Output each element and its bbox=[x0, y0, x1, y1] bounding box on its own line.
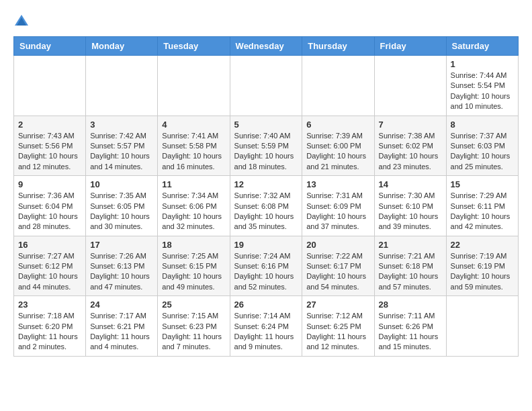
day-info: Sunrise: 7:11 AMSunset: 6:26 PMDaylight:… bbox=[379, 312, 439, 351]
day-info: Sunrise: 7:34 AMSunset: 6:06 PMDaylight:… bbox=[162, 191, 222, 230]
calendar-header-tuesday: Tuesday bbox=[158, 37, 230, 56]
day-number: 6 bbox=[306, 120, 369, 130]
calendar-cell: 10 Sunrise: 7:35 AMSunset: 6:05 PMDaylig… bbox=[86, 176, 158, 236]
calendar-cell: 22 Sunrise: 7:19 AMSunset: 6:19 PMDaylig… bbox=[446, 236, 518, 296]
day-number: 28 bbox=[379, 300, 442, 310]
day-number: 23 bbox=[18, 300, 81, 310]
calendar-cell: 7 Sunrise: 7:38 AMSunset: 6:02 PMDayligh… bbox=[374, 116, 446, 176]
calendar-cell: 2 Sunrise: 7:43 AMSunset: 5:56 PMDayligh… bbox=[14, 116, 86, 176]
calendar-cell bbox=[86, 56, 158, 116]
day-number: 7 bbox=[379, 120, 442, 130]
day-info: Sunrise: 7:36 AMSunset: 6:04 PMDaylight:… bbox=[18, 191, 78, 230]
day-info: Sunrise: 7:26 AMSunset: 6:13 PMDaylight:… bbox=[90, 252, 150, 291]
calendar-week-4: 16 Sunrise: 7:27 AMSunset: 6:12 PMDaylig… bbox=[14, 236, 519, 296]
day-info: Sunrise: 7:43 AMSunset: 5:56 PMDaylight:… bbox=[18, 132, 78, 171]
calendar-cell: 19 Sunrise: 7:24 AMSunset: 6:16 PMDaylig… bbox=[230, 236, 302, 296]
calendar-cell: 26 Sunrise: 7:14 AMSunset: 6:24 PMDaylig… bbox=[230, 296, 302, 357]
calendar-cell bbox=[230, 56, 302, 116]
day-number: 9 bbox=[18, 179, 81, 189]
day-info: Sunrise: 7:18 AMSunset: 6:20 PMDaylight:… bbox=[18, 312, 78, 351]
day-info: Sunrise: 7:31 AMSunset: 6:09 PMDaylight:… bbox=[306, 191, 366, 230]
calendar-table: SundayMondayTuesdayWednesdayThursdayFrid… bbox=[13, 36, 519, 357]
day-info: Sunrise: 7:12 AMSunset: 6:25 PMDaylight:… bbox=[306, 312, 366, 351]
day-number: 25 bbox=[162, 300, 225, 310]
logo-icon bbox=[13, 13, 30, 30]
day-info: Sunrise: 7:44 AMSunset: 5:54 PMDaylight:… bbox=[451, 71, 511, 110]
calendar-header-sunday: Sunday bbox=[14, 37, 86, 56]
day-info: Sunrise: 7:21 AMSunset: 6:18 PMDaylight:… bbox=[379, 252, 439, 291]
calendar-cell: 21 Sunrise: 7:21 AMSunset: 6:18 PMDaylig… bbox=[374, 236, 446, 296]
calendar-cell: 11 Sunrise: 7:34 AMSunset: 6:06 PMDaylig… bbox=[158, 176, 230, 236]
day-info: Sunrise: 7:37 AMSunset: 6:03 PMDaylight:… bbox=[451, 132, 511, 171]
calendar-cell bbox=[446, 296, 518, 357]
calendar-cell bbox=[302, 56, 374, 116]
day-number: 24 bbox=[90, 300, 153, 310]
day-info: Sunrise: 7:35 AMSunset: 6:05 PMDaylight:… bbox=[90, 191, 150, 230]
day-info: Sunrise: 7:39 AMSunset: 6:00 PMDaylight:… bbox=[306, 132, 366, 171]
day-number: 13 bbox=[306, 179, 369, 189]
day-info: Sunrise: 7:24 AMSunset: 6:16 PMDaylight:… bbox=[234, 252, 294, 291]
day-info: Sunrise: 7:27 AMSunset: 6:12 PMDaylight:… bbox=[18, 252, 78, 291]
day-number: 1 bbox=[451, 59, 514, 69]
day-info: Sunrise: 7:17 AMSunset: 6:21 PMDaylight:… bbox=[90, 312, 150, 351]
day-info: Sunrise: 7:41 AMSunset: 5:58 PMDaylight:… bbox=[162, 132, 222, 171]
logo bbox=[13, 13, 32, 30]
calendar-cell: 27 Sunrise: 7:12 AMSunset: 6:25 PMDaylig… bbox=[302, 296, 374, 357]
day-number: 27 bbox=[306, 300, 369, 310]
calendar-cell: 9 Sunrise: 7:36 AMSunset: 6:04 PMDayligh… bbox=[14, 176, 86, 236]
day-info: Sunrise: 7:38 AMSunset: 6:02 PMDaylight:… bbox=[379, 132, 439, 171]
calendar-cell: 14 Sunrise: 7:30 AMSunset: 6:10 PMDaylig… bbox=[374, 176, 446, 236]
calendar-cell bbox=[374, 56, 446, 116]
calendar-cell: 17 Sunrise: 7:26 AMSunset: 6:13 PMDaylig… bbox=[86, 236, 158, 296]
calendar-cell: 16 Sunrise: 7:27 AMSunset: 6:12 PMDaylig… bbox=[14, 236, 86, 296]
calendar-week-5: 23 Sunrise: 7:18 AMSunset: 6:20 PMDaylig… bbox=[14, 296, 519, 357]
day-number: 12 bbox=[234, 179, 298, 189]
day-number: 20 bbox=[306, 240, 369, 250]
day-number: 16 bbox=[18, 240, 81, 250]
calendar-cell: 6 Sunrise: 7:39 AMSunset: 6:00 PMDayligh… bbox=[302, 116, 374, 176]
day-number: 5 bbox=[234, 120, 298, 130]
day-info: Sunrise: 7:19 AMSunset: 6:19 PMDaylight:… bbox=[451, 252, 511, 291]
calendar-cell: 3 Sunrise: 7:42 AMSunset: 5:57 PMDayligh… bbox=[86, 116, 158, 176]
calendar-header-saturday: Saturday bbox=[446, 37, 518, 56]
calendar-cell: 4 Sunrise: 7:41 AMSunset: 5:58 PMDayligh… bbox=[158, 116, 230, 176]
calendar-cell: 13 Sunrise: 7:31 AMSunset: 6:09 PMDaylig… bbox=[302, 176, 374, 236]
day-info: Sunrise: 7:32 AMSunset: 6:08 PMDaylight:… bbox=[234, 191, 294, 230]
calendar-cell: 15 Sunrise: 7:29 AMSunset: 6:11 PMDaylig… bbox=[446, 176, 518, 236]
calendar-cell bbox=[158, 56, 230, 116]
calendar-cell: 20 Sunrise: 7:22 AMSunset: 6:17 PMDaylig… bbox=[302, 236, 374, 296]
calendar-cell: 24 Sunrise: 7:17 AMSunset: 6:21 PMDaylig… bbox=[86, 296, 158, 357]
day-number: 14 bbox=[379, 179, 442, 189]
page-header bbox=[13, 13, 519, 30]
calendar-week-3: 9 Sunrise: 7:36 AMSunset: 6:04 PMDayligh… bbox=[14, 176, 519, 236]
calendar-header-thursday: Thursday bbox=[302, 37, 374, 56]
calendar-cell: 28 Sunrise: 7:11 AMSunset: 6:26 PMDaylig… bbox=[374, 296, 446, 357]
calendar-week-1: 1 Sunrise: 7:44 AMSunset: 5:54 PMDayligh… bbox=[14, 56, 519, 116]
day-info: Sunrise: 7:15 AMSunset: 6:23 PMDaylight:… bbox=[162, 312, 222, 351]
day-number: 17 bbox=[90, 240, 153, 250]
day-info: Sunrise: 7:42 AMSunset: 5:57 PMDaylight:… bbox=[90, 132, 150, 171]
day-info: Sunrise: 7:29 AMSunset: 6:11 PMDaylight:… bbox=[451, 191, 511, 230]
calendar-header-monday: Monday bbox=[86, 37, 158, 56]
day-number: 8 bbox=[451, 120, 514, 130]
day-number: 4 bbox=[162, 120, 225, 130]
day-number: 26 bbox=[234, 300, 298, 310]
day-number: 21 bbox=[379, 240, 442, 250]
day-number: 19 bbox=[234, 240, 298, 250]
day-info: Sunrise: 7:30 AMSunset: 6:10 PMDaylight:… bbox=[379, 191, 439, 230]
calendar-week-2: 2 Sunrise: 7:43 AMSunset: 5:56 PMDayligh… bbox=[14, 116, 519, 176]
calendar-header-wednesday: Wednesday bbox=[230, 37, 302, 56]
day-number: 15 bbox=[451, 179, 514, 189]
calendar-cell: 1 Sunrise: 7:44 AMSunset: 5:54 PMDayligh… bbox=[446, 56, 518, 116]
day-info: Sunrise: 7:14 AMSunset: 6:24 PMDaylight:… bbox=[234, 312, 294, 351]
calendar-header-friday: Friday bbox=[374, 37, 446, 56]
calendar-cell: 23 Sunrise: 7:18 AMSunset: 6:20 PMDaylig… bbox=[14, 296, 86, 357]
day-number: 22 bbox=[451, 240, 514, 250]
calendar-cell: 25 Sunrise: 7:15 AMSunset: 6:23 PMDaylig… bbox=[158, 296, 230, 357]
day-number: 11 bbox=[162, 179, 225, 189]
day-info: Sunrise: 7:22 AMSunset: 6:17 PMDaylight:… bbox=[306, 252, 366, 291]
calendar-header-row: SundayMondayTuesdayWednesdayThursdayFrid… bbox=[14, 37, 519, 56]
day-number: 10 bbox=[90, 179, 153, 189]
day-number: 3 bbox=[90, 120, 153, 130]
day-number: 18 bbox=[162, 240, 225, 250]
